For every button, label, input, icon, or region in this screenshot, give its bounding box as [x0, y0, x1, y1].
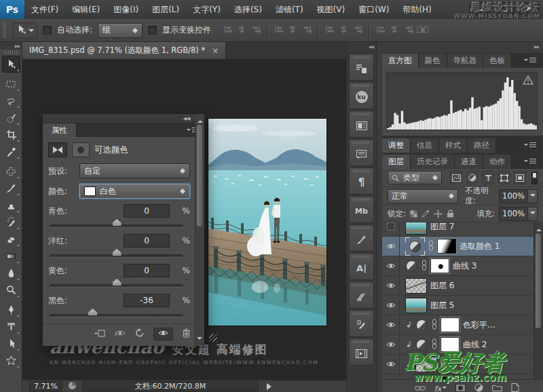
new-adjustment-layer-icon[interactable] [474, 383, 483, 392]
tab-adjust-group-0[interactable]: 调整 [382, 138, 411, 153]
new-layer-icon[interactable] [511, 383, 519, 392]
document-image[interactable] [208, 119, 326, 326]
dock-expand-icon[interactable]: ◀◀ [347, 42, 376, 52]
menu-item-1[interactable]: 编辑(E) [65, 0, 107, 19]
lasso-tool[interactable] [2, 92, 20, 109]
layer-row[interactable]: 曲线 2 [382, 335, 543, 355]
slider-track[interactable] [50, 224, 183, 227]
minimize-button[interactable] [470, 2, 490, 14]
document-size-field[interactable]: 文档:60.2M/720.8M [82, 381, 259, 392]
mask-link-icon[interactable] [432, 319, 437, 332]
lock-transparent-pixels-icon[interactable] [410, 210, 417, 218]
eyedropper-tool[interactable] [2, 143, 20, 160]
panel-resize-grip[interactable] [209, 334, 217, 342]
layer-visibility-eye-icon[interactable] [382, 296, 400, 315]
menu-item-9[interactable]: 帮助(H) [396, 0, 438, 19]
color-dropdown[interactable]: 白色 [79, 184, 190, 199]
visibility-eye-icon[interactable] [153, 328, 173, 340]
layer-thumbnail[interactable] [415, 357, 437, 372]
slider-track[interactable] [50, 284, 183, 287]
eraser-tool[interactable] [2, 231, 20, 248]
layer-row[interactable]: 图层 5 [382, 296, 543, 315]
mask-link-icon[interactable] [432, 378, 437, 380]
show-transform-checkbox[interactable] [148, 26, 157, 35]
layer-row[interactable]: 选取颜色 1 [382, 237, 543, 256]
timeline-panel[interactable] [349, 338, 374, 366]
brush-presets-panel[interactable] [349, 224, 374, 252]
tab-layers-group-1[interactable]: 历史记录 [411, 155, 455, 169]
adjustment-layer-icon[interactable] [415, 378, 428, 380]
filter-toggle-switch[interactable] [531, 172, 538, 184]
tool-presets-panel[interactable] [349, 281, 374, 309]
scrollbar-thumb[interactable] [536, 233, 541, 328]
properties-scrollbar[interactable] [195, 114, 204, 346]
menu-item-2[interactable]: 图像(I) [107, 0, 145, 19]
menu-item-3[interactable]: 图层(L) [145, 0, 186, 19]
blend-mode-dropdown[interactable]: 正常 [388, 189, 458, 203]
layer-style-fx-icon[interactable]: fx [434, 385, 447, 392]
zoom-level-field[interactable]: 7.71% [29, 381, 62, 392]
layer-mask-thumbnail[interactable] [441, 317, 460, 332]
tab-histogram-group-0[interactable]: 直方图 [382, 54, 419, 68]
clone-source-panel[interactable] [349, 111, 374, 138]
layer-mask-thumbnail[interactable] [441, 337, 460, 352]
reset-icon[interactable] [135, 328, 145, 340]
scrollbar-thumb[interactable] [197, 125, 202, 227]
layer-row[interactable]: 色彩平... [382, 315, 543, 335]
blur-tool[interactable] [2, 264, 20, 281]
layer-mask-thumbnail[interactable] [441, 376, 460, 379]
layers-scrollbar[interactable] [533, 222, 543, 379]
crop-tool[interactable] [2, 126, 20, 143]
tab-histogram-group-2[interactable]: 导航器 [447, 54, 484, 68]
gradient-tool[interactable] [2, 248, 20, 264]
quick-selection-tool[interactable] [2, 109, 20, 126]
filter-type-layers-icon[interactable] [482, 171, 493, 184]
slider-thumb[interactable] [113, 219, 121, 226]
slider-thumb[interactable] [113, 279, 121, 286]
layer-row[interactable]: 图层 7 [382, 222, 543, 237]
layer-comps-panel[interactable] [349, 54, 374, 81]
tab-layers-group-2[interactable]: 通道 [455, 155, 483, 169]
styles-panel[interactable] [349, 310, 374, 337]
delete-trash-icon[interactable] [182, 328, 191, 340]
tools-collapse-icon[interactable]: ▶▶ [0, 42, 22, 50]
layer-mask-target-icon[interactable] [72, 142, 90, 157]
slider-track[interactable] [50, 314, 183, 317]
clone-stamp-tool[interactable] [2, 197, 20, 214]
layer-thumbnail[interactable] [405, 298, 427, 313]
custom-shape-tool[interactable] [2, 352, 20, 369]
pen-tool[interactable] [2, 301, 20, 318]
slider-thumb[interactable] [88, 309, 97, 315]
dodge-tool[interactable] [2, 281, 20, 298]
filter-type-dropdown[interactable]: 类型 [388, 171, 442, 184]
link-layers-icon[interactable] [415, 385, 426, 392]
layer-visibility-eye-icon[interactable] [382, 237, 400, 256]
document-close-icon[interactable]: × [212, 47, 219, 54]
rectangular-marquee-tool[interactable] [2, 75, 20, 92]
filter-adjustment-layers-icon[interactable] [466, 171, 478, 184]
kuler-panel[interactable]: ku [349, 82, 374, 109]
layer-visibility-empty[interactable] [382, 222, 400, 236]
clip-to-layer-icon[interactable] [94, 329, 105, 340]
slider-track[interactable] [50, 254, 183, 257]
slider-value-field[interactable]: -36 [124, 294, 170, 307]
notes-panel[interactable] [349, 139, 374, 166]
path-selection-tool[interactable] [2, 335, 20, 352]
scroll-up-icon[interactable] [536, 226, 542, 231]
scroll-up-icon[interactable] [198, 117, 203, 123]
tab-layers-group-0[interactable]: 图层 [382, 155, 411, 169]
lock-position-icon[interactable] [434, 210, 443, 218]
layer-row[interactable]: 曲线 3 [382, 256, 543, 276]
menu-item-7[interactable]: 视图(V) [310, 0, 352, 19]
close-button[interactable] [519, 2, 539, 14]
filter-pixel-layers-icon[interactable] [450, 171, 462, 184]
document-tab[interactable]: IMG_8315.psd @ 7.71% (选取颜色 1, RGB/8) * × [22, 42, 226, 59]
history-brush-tool[interactable] [2, 214, 20, 231]
brush-tool[interactable] [2, 180, 20, 197]
fill-control[interactable]: 100% [499, 207, 538, 221]
tab-layers-group-3[interactable]: 动作 [483, 155, 512, 169]
adjustment-layer-icon[interactable] [405, 260, 418, 273]
layer-mask-thumbnail[interactable] [430, 258, 449, 273]
mask-link-icon[interactable] [422, 260, 427, 273]
slider-value-field[interactable]: 0 [124, 204, 170, 218]
